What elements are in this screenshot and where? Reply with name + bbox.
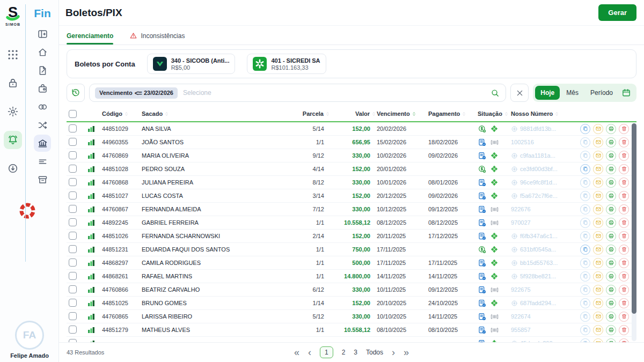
print-action-button[interactable] <box>606 245 616 255</box>
print-action-button[interactable] <box>606 271 616 282</box>
page-button-2[interactable]: 2 <box>342 349 346 356</box>
copy-action-button[interactable] <box>580 231 590 241</box>
filter-search-input[interactable]: Vencimento <= 23/02/2026 Selecione <box>89 84 506 102</box>
print-action-button[interactable] <box>606 164 616 174</box>
print-action-button[interactable] <box>606 312 616 322</box>
email-action-button[interactable] <box>593 298 603 308</box>
module-rail-item-shuffle[interactable] <box>34 116 51 134</box>
email-action-button[interactable] <box>593 164 603 174</box>
copy-action-button[interactable] <box>580 245 590 255</box>
email-action-button[interactable] <box>593 191 603 201</box>
row-checkbox[interactable] <box>69 299 77 307</box>
row-chart-button[interactable] <box>87 191 102 200</box>
delete-action-button[interactable] <box>619 312 629 322</box>
row-checkbox[interactable] <box>69 312 77 320</box>
clear-filter-button[interactable] <box>510 84 529 102</box>
row-checkbox[interactable] <box>69 151 77 159</box>
column-header-nosso-n-mero[interactable]: Nosso Número <box>511 110 575 117</box>
email-action-button[interactable] <box>593 338 603 343</box>
column-header-c-digo[interactable]: Código <box>102 110 142 117</box>
row-checkbox[interactable] <box>69 218 77 226</box>
email-action-button[interactable] <box>593 178 603 188</box>
row-chart-button[interactable] <box>87 124 102 133</box>
copy-action-button[interactable] <box>580 137 590 147</box>
copy-action-button[interactable] <box>580 271 590 282</box>
email-action-button[interactable] <box>593 312 603 322</box>
copy-action-button[interactable] <box>580 258 590 268</box>
row-chart-button[interactable] <box>87 205 102 213</box>
range-button-período[interactable]: Período <box>585 86 618 100</box>
copy-action-button[interactable] <box>580 325 590 335</box>
email-action-button[interactable] <box>593 218 603 228</box>
copy-action-button[interactable] <box>580 298 590 308</box>
print-action-button[interactable] <box>606 231 616 241</box>
row-checkbox[interactable] <box>69 258 77 267</box>
column-header-pagamento[interactable]: Pagamento <box>428 110 478 117</box>
delete-action-button[interactable] <box>619 204 629 215</box>
delete-action-button[interactable] <box>619 298 629 308</box>
row-chart-button[interactable] <box>87 178 102 187</box>
print-action-button[interactable] <box>606 151 616 161</box>
row-chart-button[interactable] <box>87 312 102 321</box>
row-checkbox[interactable] <box>69 285 77 293</box>
avatar[interactable]: FA <box>15 321 44 350</box>
generate-button[interactable]: Gerar <box>598 4 636 21</box>
row-chart-button[interactable] <box>87 218 102 227</box>
module-rail-item-circles-link[interactable] <box>34 98 51 115</box>
copy-action-button[interactable] <box>580 124 590 134</box>
column-header-parcela[interactable]: Parcela <box>296 110 331 117</box>
delete-action-button[interactable] <box>619 178 629 188</box>
row-checkbox[interactable] <box>69 205 77 213</box>
rail-item-apps-grid[interactable] <box>4 46 22 64</box>
module-rail-item-bank[interactable] <box>34 135 51 152</box>
row-checkbox[interactable] <box>69 245 77 253</box>
module-rail-item-list-lines[interactable] <box>34 153 51 170</box>
module-rail-item-archive[interactable] <box>34 171 51 188</box>
delete-action-button[interactable] <box>619 338 629 343</box>
vertical-scrollbar[interactable] <box>632 123 636 341</box>
account-card-sicredi[interactable]: 401 - SICREDI SA R$101.163,33 <box>247 54 326 74</box>
copy-action-button[interactable] <box>580 164 590 174</box>
tab-gerenciamento[interactable]: Gerenciamento <box>67 32 113 45</box>
print-action-button[interactable] <box>606 258 616 268</box>
module-rail-item-document-edit[interactable] <box>34 62 51 79</box>
module-rail-item-panel[interactable] <box>34 25 51 42</box>
column-header-vencimento[interactable]: Vencimento <box>377 110 428 117</box>
app-logo[interactable]: S SIMOB <box>4 4 22 26</box>
row-checkbox[interactable] <box>69 232 77 240</box>
row-chart-button[interactable] <box>87 232 102 240</box>
email-action-button[interactable] <box>593 124 603 134</box>
page-button-3[interactable]: 3 <box>354 349 357 356</box>
copy-action-button[interactable] <box>580 191 590 201</box>
delete-action-button[interactable] <box>619 151 629 161</box>
range-button-hoje[interactable]: Hoje <box>535 86 560 100</box>
row-checkbox[interactable] <box>69 272 77 280</box>
print-action-button[interactable] <box>606 285 616 295</box>
email-action-button[interactable] <box>593 271 603 282</box>
row-chart-button[interactable] <box>87 245 102 254</box>
row-checkbox[interactable] <box>69 165 77 173</box>
print-action-button[interactable] <box>606 298 616 308</box>
row-chart-button[interactable] <box>87 326 102 334</box>
copy-action-button[interactable] <box>580 151 590 161</box>
row-checkbox[interactable] <box>69 326 77 334</box>
row-checkbox[interactable] <box>69 138 77 146</box>
filter-chip[interactable]: Vencimento <= 23/02/2026 <box>95 87 178 99</box>
select-all-checkbox[interactable] <box>69 110 77 118</box>
email-action-button[interactable] <box>593 231 603 241</box>
delete-action-button[interactable] <box>619 245 629 255</box>
copy-action-button[interactable] <box>580 285 590 295</box>
row-chart-button[interactable] <box>87 258 102 267</box>
page-button-todos[interactable]: Todos <box>366 349 383 356</box>
email-action-button[interactable] <box>593 204 603 215</box>
delete-action-button[interactable] <box>619 271 629 282</box>
delete-action-button[interactable] <box>619 124 629 134</box>
history-button[interactable] <box>67 84 85 102</box>
row-chart-button[interactable] <box>87 299 102 307</box>
email-action-button[interactable] <box>593 285 603 295</box>
delete-action-button[interactable] <box>619 137 629 147</box>
scrollbar-thumb[interactable] <box>632 123 636 314</box>
copy-action-button[interactable] <box>580 204 590 215</box>
module-rail-item-wallet[interactable] <box>34 80 51 97</box>
rail-item-gear[interactable] <box>4 102 22 121</box>
